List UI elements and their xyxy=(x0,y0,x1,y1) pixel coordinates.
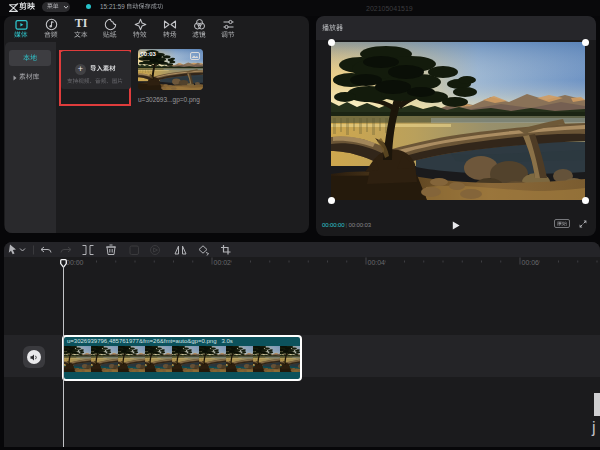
svg-text:00:00: 00:00 xyxy=(66,259,84,266)
svg-text:00:06: 00:06 xyxy=(522,259,540,266)
svg-text:00:04: 00:04 xyxy=(368,259,386,266)
svg-text:00:02: 00:02 xyxy=(214,259,232,266)
